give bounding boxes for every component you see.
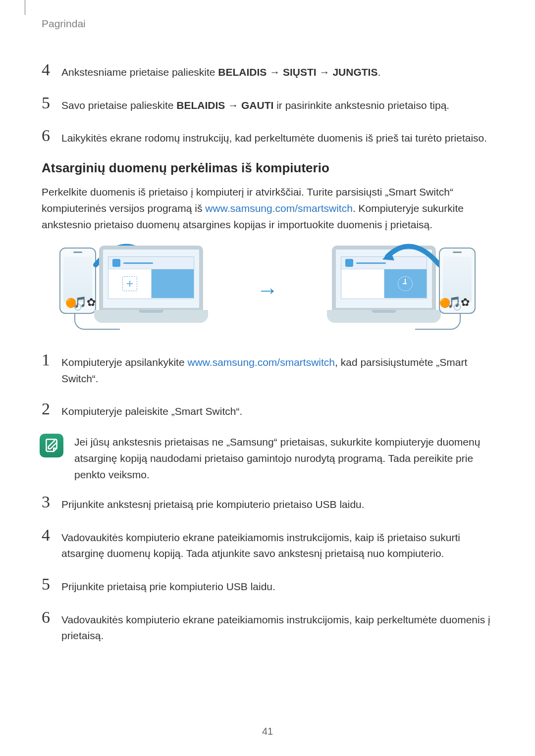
transfer-illustration: 🎵✿ →: [42, 246, 493, 335]
media-icons: 🎵✿: [439, 296, 470, 309]
smartswitch-link[interactable]: www.samsung.com/smartswitch: [205, 202, 353, 214]
usb-cable-icon: [74, 313, 120, 330]
illustration-source: 🎵✿: [59, 246, 243, 335]
step-text: Prijunkite ankstesnį prietaisą prie komp…: [61, 494, 365, 513]
illustration-target: 🎵✿: [292, 246, 476, 335]
step-text: Vadovaukitės kompiuterio ekrane pateikia…: [61, 527, 493, 562]
note-text: Jei jūsų ankstesnis prietaisas ne „Samsu…: [74, 434, 493, 483]
intro-paragraph: Perkelkite duomenis iš prietaiso į kompi…: [42, 184, 493, 233]
step-number: 5: [42, 576, 61, 593]
step-3: 3 Prijunkite ankstesnį prietaisą prie ko…: [42, 494, 493, 513]
header-section-title: Pagrindai: [42, 18, 493, 30]
step-4: 4 Ankstesniame prietaise palieskite BELA…: [42, 61, 493, 81]
page-number: 41: [0, 726, 535, 737]
subheading: Atsarginių duomenų perkėlimas iš kompiut…: [42, 160, 493, 176]
step-5b: 5 Prijunkite prietaisą prie kompiuterio …: [42, 576, 493, 595]
page-content: Pagrindai 4 Ankstesniame prietaise palie…: [0, 0, 535, 644]
step-1: 1 Kompiuteryje apsilankykite www.samsung…: [42, 352, 493, 387]
note-icon: [40, 434, 63, 457]
arrow-right-icon: →: [257, 278, 278, 302]
steps-list-computer: 1 Kompiuteryje apsilankykite www.samsung…: [42, 352, 493, 644]
step-number: 4: [42, 61, 61, 78]
smartswitch-link[interactable]: www.samsung.com/smartswitch: [187, 356, 335, 368]
step-6: 6 Laikykitės ekrane rodomų instrukcijų, …: [42, 127, 493, 147]
arc-arrow-icon: [382, 243, 442, 267]
step-5: 5 Savo prietaise palieskite BELAIDIS → G…: [42, 95, 493, 114]
step-2: 2 Kompiuteryje paleiskite „Smart Switch“…: [42, 401, 493, 420]
step-number: 3: [42, 494, 61, 510]
step-number: 1: [42, 352, 61, 368]
step-number: 6: [42, 127, 61, 144]
step-4b: 4 Vadovaukitės kompiuterio ekrane pateik…: [42, 527, 493, 562]
step-number: 2: [42, 401, 61, 417]
step-text: Kompiuteryje paleiskite „Smart Switch“.: [61, 401, 242, 420]
step-text: Laikykitės ekrane rodomų instrukcijų, ka…: [61, 127, 487, 147]
step-6b: 6 Vadovaukitės kompiuterio ekrane pateik…: [42, 609, 493, 644]
steps-list-continued: 4 Ankstesniame prietaise palieskite BELA…: [42, 61, 493, 147]
step-text: Ankstesniame prietaise palieskite BELAID…: [61, 61, 380, 81]
step-text: Prijunkite prietaisą prie kompiuterio US…: [61, 576, 275, 595]
step-text: Savo prietaise palieskite BELAIDIS → GAU…: [61, 95, 449, 114]
laptop-icon: [94, 246, 208, 323]
step-text: Vadovaukitės kompiuterio ekrane pateikia…: [61, 609, 493, 644]
step-text: Kompiuteryje apsilankykite www.samsung.c…: [61, 352, 493, 387]
media-icons: 🎵✿: [65, 296, 96, 309]
margin-rule: [25, 0, 25, 15]
step-number: 5: [42, 95, 61, 111]
note-callout: Jei jūsų ankstesnis prietaisas ne „Samsu…: [42, 434, 493, 483]
usb-cable-icon: [415, 313, 461, 330]
step-number: 6: [42, 609, 61, 626]
step-number: 4: [42, 527, 61, 544]
